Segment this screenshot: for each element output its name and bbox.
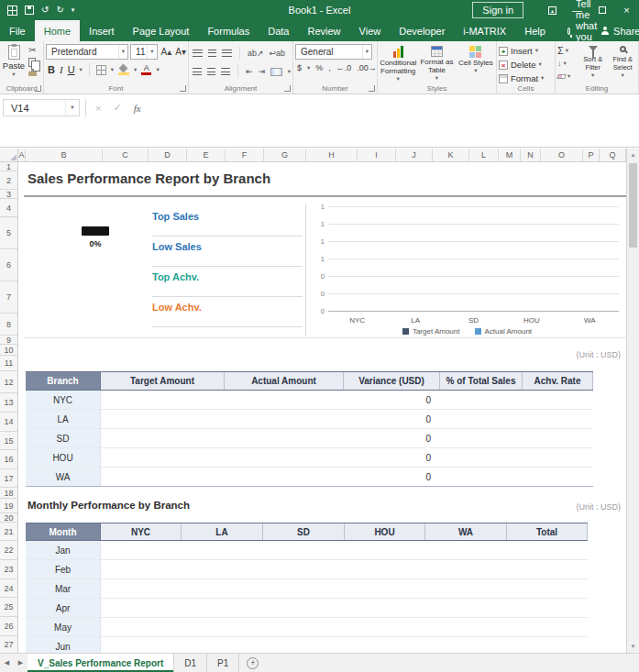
column-header-E[interactable]: E [187, 149, 226, 161]
sort-filter-button[interactable]: Sort & Filter ▾ [579, 44, 607, 82]
row-header-14[interactable]: 14 [0, 413, 17, 432]
fill-color-caret-icon[interactable]: ▾ [134, 67, 137, 73]
delete-cells-button[interactable]: × Delete ▾ [499, 59, 553, 71]
sd-cell[interactable] [263, 618, 345, 636]
pct-cell[interactable] [440, 429, 523, 447]
accounting-caret-icon[interactable]: ▾ [307, 65, 310, 72]
cell-styles-button[interactable]: Cell Styles ▾ [457, 44, 494, 83]
la-cell[interactable] [182, 560, 263, 578]
enter-icon[interactable]: ✓ [113, 102, 121, 114]
vertical-scrollbar[interactable]: ▲ ▼ [626, 149, 639, 653]
row-header-13[interactable]: 13 [0, 393, 17, 413]
total-cell[interactable] [507, 599, 588, 617]
middle-align-icon[interactable] [208, 50, 216, 57]
cancel-icon[interactable]: × [95, 103, 101, 114]
wrap-text-icon[interactable]: ↩ab [270, 50, 286, 58]
italic-button[interactable]: I [60, 64, 63, 75]
hou-cell[interactable] [345, 579, 425, 598]
month-header-cell[interactable]: Month [26, 523, 101, 540]
font-dialog-launcher-icon[interactable] [180, 85, 186, 92]
month-cell[interactable]: Jan [26, 541, 101, 559]
row-header-17[interactable]: 17 [0, 469, 17, 488]
ribbon-tab[interactable]: Insert [80, 20, 124, 41]
actual-header-cell[interactable]: Actual Amount [225, 372, 344, 390]
pct-header-cell[interactable]: % of Total Sales [440, 372, 523, 390]
column-header-G[interactable]: G [264, 149, 306, 161]
insert-function-icon[interactable]: fx [134, 103, 141, 114]
ribbon-tab[interactable]: File [0, 20, 35, 41]
row-header-6[interactable]: 6 [0, 249, 17, 281]
decrease-indent-icon[interactable]: ⇤ [246, 68, 253, 76]
sd-cell[interactable] [263, 579, 345, 598]
find-select-button[interactable]: Find & Select ▾ [609, 44, 636, 82]
target-cell[interactable] [101, 391, 225, 409]
branch-cell[interactable]: LA [26, 410, 101, 428]
row-header-20[interactable]: 20 [0, 513, 17, 523]
row-header-25[interactable]: 25 [0, 598, 17, 617]
underline-button[interactable]: U [68, 64, 75, 75]
row-header-27[interactable]: 27 [0, 636, 17, 653]
nyc-cell[interactable] [101, 599, 182, 617]
row-header-1[interactable]: 1 [0, 163, 17, 171]
close-button[interactable]: × [614, 0, 639, 20]
column-header-D[interactable]: D [149, 149, 187, 161]
sd-cell[interactable] [263, 637, 345, 653]
orientation-icon[interactable]: ab↗ [248, 50, 264, 58]
branch-cell[interactable]: NYC [26, 391, 101, 409]
row-header-18[interactable]: 18 [0, 488, 17, 499]
top-align-icon[interactable] [193, 50, 203, 57]
ribbon-tab[interactable]: View [350, 20, 391, 41]
autosum-button[interactable]: Σ ▾ [557, 45, 577, 56]
target-cell[interactable] [101, 429, 225, 447]
bold-button[interactable]: B [48, 64, 55, 75]
achv-header-cell[interactable]: Achv. Rate [523, 372, 593, 390]
kpi-chart[interactable]: 0% [66, 226, 125, 248]
clipboard-dialog-launcher-icon[interactable] [35, 85, 41, 92]
row-header-26[interactable]: 26 [0, 617, 17, 636]
bottom-align-icon[interactable] [222, 50, 232, 57]
row-header-9[interactable]: 9 [0, 336, 17, 345]
excel-app-icon[interactable] [7, 6, 17, 16]
la-cell[interactable] [182, 618, 263, 636]
variance-cell[interactable]: 0 [344, 468, 440, 486]
nyc-cell[interactable] [101, 637, 182, 653]
center-icon[interactable] [207, 68, 215, 75]
row-header-8[interactable]: 8 [0, 314, 17, 336]
target-header-cell[interactable]: Target Amount [101, 372, 225, 390]
row-header-12[interactable]: 12 [0, 371, 17, 393]
target-cell[interactable] [101, 468, 225, 486]
la-header-cell[interactable]: LA [182, 523, 263, 540]
minimize-button[interactable]: — [565, 0, 589, 20]
month-cell[interactable]: May [26, 618, 101, 636]
bar-chart[interactable]: NYCLASDHOUWA Target AmountActual Amount … [310, 203, 624, 336]
redo-icon[interactable]: ↻ [56, 6, 63, 15]
column-header-I[interactable]: I [358, 149, 396, 161]
column-header-C[interactable]: C [103, 149, 149, 161]
total-cell[interactable] [507, 560, 588, 578]
sd-cell[interactable] [263, 541, 345, 559]
ribbon-tab[interactable]: Data [259, 20, 298, 41]
tell-me-box[interactable]: Tell me what you want to do [567, 20, 601, 41]
restore-button[interactable] [589, 0, 614, 20]
nyc-cell[interactable] [101, 618, 182, 636]
sd-header-cell[interactable]: SD [263, 523, 345, 540]
alignment-dialog-launcher-icon[interactable] [284, 85, 291, 92]
sheet-tab[interactable]: V_Sales Performance Report [28, 654, 174, 672]
hou-cell[interactable] [345, 618, 425, 636]
nyc-cell[interactable] [101, 541, 182, 559]
ribbon-tab[interactable]: Review [298, 20, 349, 41]
row-header-3[interactable]: 3 [0, 190, 17, 199]
increase-decimal-icon[interactable]: ←.0 [336, 63, 352, 72]
row-header-15[interactable]: 15 [0, 432, 17, 450]
target-cell[interactable] [101, 448, 225, 467]
column-header-H[interactable]: H [306, 149, 358, 161]
column-header-A[interactable]: A [18, 149, 26, 161]
row-header-4[interactable]: 4 [0, 199, 17, 217]
month-cell[interactable]: Feb [26, 560, 101, 578]
sheet-nav-left-icon[interactable]: ◀ [0, 654, 14, 672]
la-cell[interactable] [182, 637, 263, 653]
la-cell[interactable] [182, 599, 263, 617]
name-box-caret-icon[interactable]: ▾ [65, 100, 79, 116]
column-header-M[interactable]: M [499, 149, 521, 161]
conditional-formatting-button[interactable]: Conditional Formatting ▾ [380, 44, 416, 83]
